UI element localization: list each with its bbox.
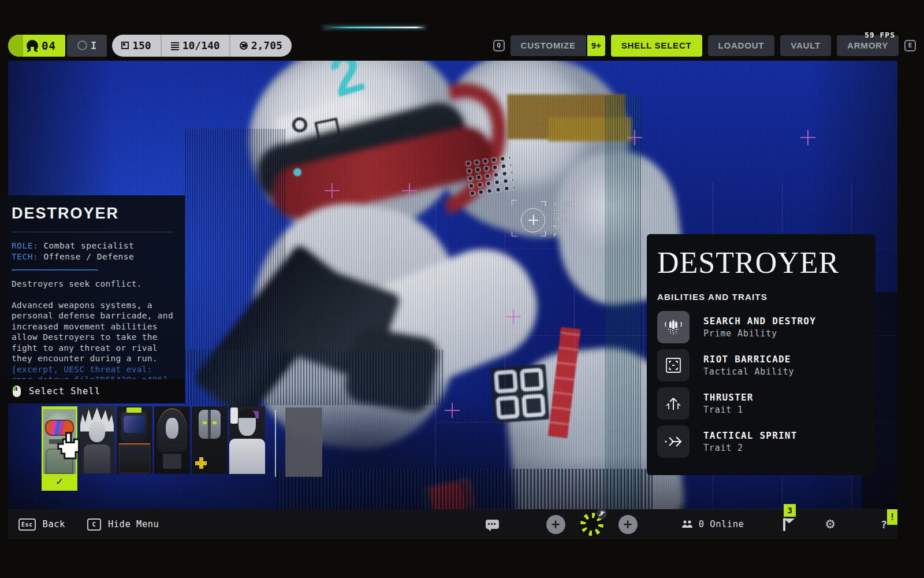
abilities-panel-title: DESTROYER [657,247,875,279]
ability-type: Trait 2 [703,442,798,454]
grid-icon [121,42,129,49]
role-label: ROLE: [12,241,38,250]
ability-name: RIOT BARRICADE [703,353,794,366]
select-shell-label: Select Shell [29,386,100,397]
divider [12,232,173,232]
alert-badge: ! [887,509,897,525]
selected-check-icon: ✓ [42,474,77,489]
empty-shell-slot[interactable] [285,407,322,477]
ability-name: SEARCH AND DESTROY [703,315,816,328]
helmet-dot-marking [293,168,301,176]
layers-icon [171,45,179,46]
esc-key-icon: Esc [18,518,36,531]
shell-body-text: Advanced weapons systems, a personal def… [12,301,173,364]
shell-avatar-5[interactable] [192,406,228,474]
shell-avatar-2[interactable] [79,406,115,474]
stat-currency: 2,705 [229,35,292,57]
glitch-line [322,27,426,28]
ability-row-prime[interactable]: SEARCH AND DESTROY Prime Ability [657,311,875,343]
tab-vault[interactable]: VAULT [780,35,831,56]
tab-loadout[interactable]: LOADOUT [708,35,775,56]
ability-row-tactical[interactable]: RIOT BARRICADE Tactical Ability [657,349,875,381]
sprint-icon [657,425,690,458]
select-shell-action[interactable]: Select Shell [0,379,185,403]
helmet-square-marking [314,117,341,144]
mail-badge: 3 [784,504,796,517]
customize-badge: 9+ [587,35,605,56]
grid-cross-marker [506,309,521,324]
mic-muted-icon [597,509,607,519]
shell-name-title: DESTROYER [12,205,173,223]
phase-ring-icon [77,40,87,50]
shell-description: Destroyers seek conflict. Advanced weapo… [12,279,173,364]
dot-matrix-decal [465,155,515,197]
shell-select-screen: 04 I 150 10/140 2,705 [0,0,924,578]
phase-toggle[interactable]: I [67,35,107,57]
voice-wheel-button[interactable] [580,513,603,536]
role-value: Combat specialist [43,241,134,250]
c-key-icon: C [87,518,101,531]
stat-capacity: 10/140 [161,35,229,57]
grid-cross-marker [627,130,642,145]
fps-counter: 59 FPS [865,31,895,39]
tech-line: TECH: Offense / Defense [12,251,173,262]
key-hint-e: E [904,40,916,51]
tab-customize[interactable]: CUSTOMIZE [511,35,586,56]
settings-gear-icon[interactable]: ⚙ [825,518,836,531]
ability-text: THRUSTER Trait 1 [703,391,754,416]
stat-capacity-value: 10/140 [182,39,220,51]
volume-down-button[interactable]: + [546,515,565,534]
ability-type: Tactical Ability [703,366,794,377]
ability-type: Prime Ability [703,328,816,339]
shell-info-panel: DESTROYER ROLE: Combat specialist TECH: … [0,195,185,379]
hide-menu-action[interactable]: C Hide Menu [87,518,159,531]
ability-row-trait2[interactable]: TACTICAL SPRINT Trait 2 [657,425,875,458]
glitch-stripes [605,95,641,509]
back-action[interactable]: Esc Back [18,518,65,531]
round-counter-pill: 04 [8,35,65,57]
shell-avatar-6[interactable] [229,406,265,474]
missiles-icon [657,311,690,343]
shell-avatar-4[interactable] [154,406,190,474]
top-bar-left: 04 I 150 10/140 2,705 [8,35,292,57]
tech-label: TECH: [12,252,38,261]
shell-avatar-3[interactable] [117,406,152,474]
hide-menu-label: Hide Menu [108,519,159,529]
bottom-bar: Esc Back C Hide Menu + + 0 Online [8,509,897,539]
tab-shell-select[interactable]: SHELL SELECT [611,35,702,57]
stat-health: 150 [112,35,161,57]
chat-icon[interactable] [486,520,499,529]
glitch-stripes [185,129,286,372]
qr-decal [490,364,549,423]
thruster-icon [657,387,690,420]
role-line: ROLE: Combat specialist [12,240,173,251]
top-bar: 04 I 150 10/140 2,705 [8,34,916,57]
top-bar-nav: 59 FPS Q CUSTOMIZE 9+ SHELL SELECT LOADO… [493,35,916,57]
abilities-panel: DESTROYER ABILITIES AND TRAITS SEARCH AN… [647,234,875,475]
ability-name: TACTICAL SPRINT [703,429,798,442]
ability-text: RIOT BARRICADE Tactical Ability [703,353,794,377]
shell-avatar-1-selected[interactable]: ✓ [42,406,77,491]
grid-cross-marker [325,183,340,198]
mail-button[interactable]: 3 [783,519,785,530]
phase-toggle-label: I [91,40,96,51]
help-button[interactable]: ? [881,518,887,531]
ability-type: Trait 1 [703,404,754,416]
ability-name: THRUSTER [703,391,754,404]
ability-row-trait1[interactable]: THRUSTER Trait 1 [657,387,875,420]
volume-up-button[interactable]: + [619,515,638,534]
online-status: 0 Online [681,519,744,529]
barricade-icon [657,349,690,381]
stat-currency-value: 2,705 [251,39,282,51]
stat-health-value: 150 [132,39,151,51]
shell-tagline: Destroyers seek conflict. [12,279,173,290]
tab-customize-group: CUSTOMIZE 9+ [511,35,605,56]
ability-text: TACTICAL SPRINT Trait 2 [703,429,798,454]
round-pill-cap [8,35,23,57]
round-number: 04 [42,39,56,52]
glitch-stripes [185,350,445,405]
crosshair-readout: 01 Set ID-P SN-0 MOD # [553,201,572,239]
shell-slot-row: ✓ [42,406,322,493]
bottom-bar-hints: Esc Back C Hide Menu [18,518,159,531]
grid-cross-marker [402,183,417,198]
